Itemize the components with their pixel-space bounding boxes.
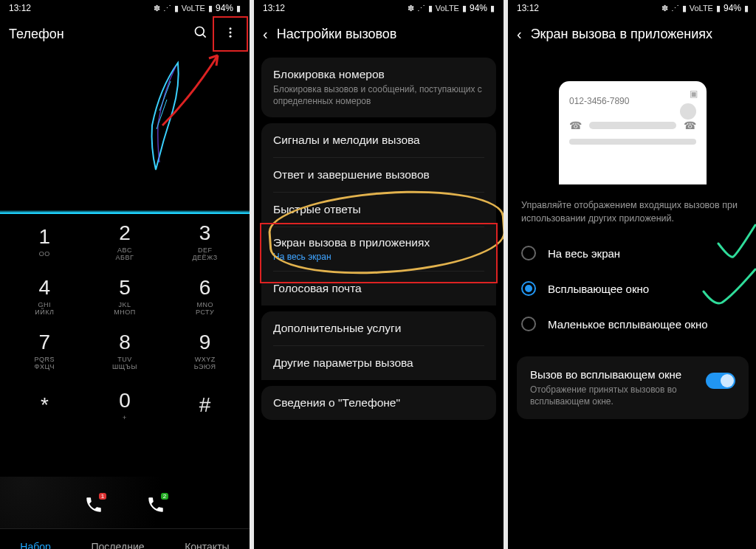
key-star[interactable]: *	[4, 378, 85, 432]
item-extra-services[interactable]: Дополнительные услуги Другие параметры в…	[261, 311, 496, 380]
battery-text: 94%	[216, 3, 233, 13]
key-2[interactable]: 2ABCАБВГ	[85, 214, 165, 269]
call-sim2-button[interactable]: 2	[140, 488, 172, 521]
switch-on-icon[interactable]	[706, 373, 735, 389]
signal2-icon: ▮	[208, 4, 213, 13]
key-1[interactable]: 1ОО	[4, 214, 85, 269]
item-quick-reply[interactable]: Быстрые ответы	[273, 193, 484, 227]
svg-point-0	[196, 27, 205, 35]
bottom-tabs: Набор Последние Контакты	[0, 528, 250, 549]
signal-icon: ▮	[174, 4, 179, 13]
call-popup-preview: ▣ 012-3456-7890 ☎ ☎	[559, 81, 707, 184]
call-actions: 1 2	[0, 477, 250, 528]
phone-dialer: 13:12 ✽ ⋰ ▮ VoLTE ▮ 94% ▮ Телефон	[0, 0, 250, 549]
item-answer-end[interactable]: Ответ и завершение вызовов	[273, 158, 484, 193]
dialpad: 1ОО 2ABCАБВГ 3DEFДЕЁЖЗ 4GHIИЙКЛ 5JKLМНОП…	[0, 214, 250, 477]
tab-dial[interactable]: Набор	[20, 541, 51, 550]
item-about-phone[interactable]: Сведения о "Телефоне"	[261, 386, 496, 420]
back-icon[interactable]: ‹	[263, 26, 268, 43]
annotation-arrow	[148, 44, 236, 133]
key-9[interactable]: 9WXYZЬЭЮЯ	[165, 323, 245, 378]
status-time: 13:12	[517, 3, 539, 13]
status-bar: 13:12 ✽⋰▮VoLTE▮94%▮	[508, 0, 756, 16]
page-title: Настройки вызовов	[277, 27, 397, 42]
svg-point-4	[230, 35, 232, 37]
call-sim1-button[interactable]: 1	[78, 488, 110, 521]
status-bar: 13:12 ✽⋰▮VoLTE▮94%▮	[254, 0, 504, 16]
svg-line-1	[203, 34, 206, 37]
key-0[interactable]: 0+	[85, 378, 165, 432]
preview-number: 012-3456-7890	[569, 96, 696, 106]
bluetooth-icon: ✽	[154, 4, 160, 13]
opt-mini-popup[interactable]: Маленькое всплывающее окно	[508, 306, 756, 342]
opt-label: Маленькое всплывающее окно	[548, 318, 708, 331]
app-header: ‹ Экран вызова в приложениях	[508, 16, 756, 52]
opt-popup[interactable]: Всплывающее окно	[508, 271, 756, 306]
status-right: ✽ ⋰ ▮ VoLTE ▮ 94% ▮	[154, 3, 241, 13]
key-7[interactable]: 7PQRSФХЦЧ	[4, 323, 85, 378]
accept-icon: ☎	[684, 120, 696, 131]
wifi-icon: ⋰	[163, 4, 171, 13]
status-time: 13:12	[263, 3, 285, 13]
opt-label: Всплывающее окно	[548, 283, 649, 295]
description-text: Управляйте отображением входящих вызовов…	[508, 192, 756, 235]
volte-icon: VoLTE	[182, 4, 205, 13]
key-6[interactable]: 6MNOРСТУ	[165, 269, 245, 323]
radio-icon	[521, 281, 536, 296]
toggle-title: Вызов во всплывающем окне	[530, 368, 698, 381]
page-title: Экран вызова в приложениях	[531, 27, 712, 42]
tab-recent[interactable]: Последние	[91, 541, 144, 550]
phone-call-display: 13:12 ✽⋰▮VoLTE▮94%▮ ‹ Экран вызова в при…	[508, 0, 756, 549]
key-4[interactable]: 4GHIИЙКЛ	[4, 269, 85, 323]
item-block-numbers[interactable]: Блокировка номеров Блокировка вызовов и …	[261, 58, 496, 117]
phone-call-settings: 13:12 ✽⋰▮VoLTE▮94%▮ ‹ Настройки вызовов …	[254, 0, 504, 549]
settings-list: Блокировка номеров Блокировка вызовов и …	[254, 52, 504, 426]
item-voicemail[interactable]: Голосовая почта	[273, 272, 484, 305]
toggle-call-in-popup[interactable]: Вызов во всплывающем окне Отображение пр…	[517, 356, 749, 419]
radio-icon	[521, 246, 536, 260]
radio-icon	[521, 317, 536, 331]
item-call-screen[interactable]: Экран вызова в приложениях На весь экран	[273, 227, 484, 272]
search-icon[interactable]	[190, 25, 211, 44]
status-bar: 13:12 ✽ ⋰ ▮ VoLTE ▮ 94% ▮	[0, 0, 250, 16]
app-header: ‹ Настройки вызовов	[254, 16, 504, 52]
app-title: Телефон	[9, 27, 64, 42]
item-other-params[interactable]: Другие параметры вызова	[273, 346, 484, 380]
key-8[interactable]: 8TUVШЩЪЫ	[85, 323, 165, 378]
battery-icon: ▮	[236, 4, 241, 13]
more-icon[interactable]	[220, 26, 241, 43]
back-icon[interactable]: ‹	[517, 26, 522, 43]
status-time: 13:12	[9, 3, 31, 13]
opt-fullscreen[interactable]: На весь экран	[508, 235, 756, 271]
key-hash[interactable]: #	[165, 378, 245, 432]
tab-contacts[interactable]: Контакты	[185, 541, 229, 550]
item-ringtones[interactable]: Сигналы и мелодии вызова Ответ и заверше…	[261, 123, 496, 305]
avatar-icon	[680, 103, 696, 120]
toggle-sub: Отображение принятых вызовов во всплываю…	[530, 384, 698, 407]
svg-point-3	[230, 31, 232, 33]
svg-point-2	[230, 27, 232, 30]
decline-icon: ☎	[569, 120, 582, 131]
key-3[interactable]: 3DEFДЕЁЖЗ	[165, 214, 245, 269]
opt-label: На весь экран	[548, 247, 620, 260]
expand-icon: ▣	[690, 89, 698, 99]
preview-area: ▣ 012-3456-7890 ☎ ☎	[508, 52, 756, 192]
wallpaper	[0, 52, 250, 214]
key-5[interactable]: 5JKLМНОП	[85, 269, 165, 323]
